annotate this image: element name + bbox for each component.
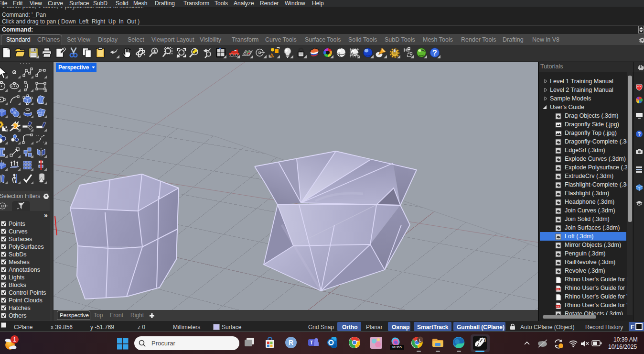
svg-text:T: T bbox=[310, 340, 313, 345]
svg-text:L: L bbox=[419, 338, 421, 343]
svg-text:R: R bbox=[289, 339, 293, 346]
svg-text:1: 1 bbox=[13, 336, 16, 343]
svg-text:PDF: PDF bbox=[556, 306, 559, 308]
svg-text:PDF: PDF bbox=[556, 288, 559, 290]
svg-text:8: 8 bbox=[483, 337, 486, 343]
svg-text:?: ? bbox=[432, 49, 437, 57]
svg-text:?: ? bbox=[638, 132, 641, 137]
